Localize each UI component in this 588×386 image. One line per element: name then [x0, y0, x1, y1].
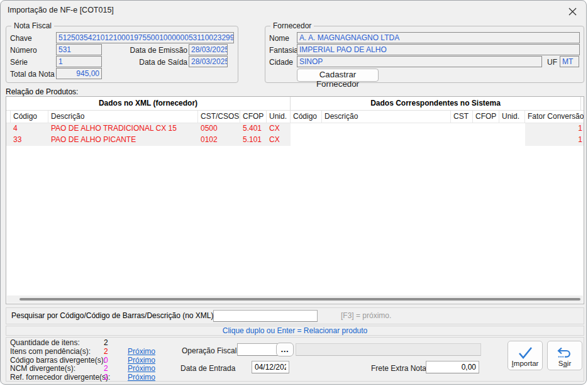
cell-sis-cfop: [473, 135, 499, 146]
summary-row-ncm: NCM divergente(s):2Próximo: [10, 365, 180, 373]
cadastrar-fornecedor-button[interactable]: Cadastrar Fornecedor: [297, 69, 379, 82]
operacao-fiscal-lookup-button[interactable]: …: [276, 343, 294, 356]
operacao-fiscal-label: Operação Fiscal: [182, 346, 236, 356]
operacao-fiscal-descricao-field: [296, 343, 481, 356]
cell-sis-cst: [451, 123, 473, 135]
summary-label: Itens com pendência(s):: [10, 348, 104, 356]
scrollbar-thumb[interactable]: [19, 298, 580, 301]
saida-field: 28/03/2025: [189, 56, 228, 67]
dialog-title: Importação de NF-e [COT015]: [8, 6, 114, 14]
summary-value: 2: [104, 339, 128, 348]
numero-field: 531: [56, 44, 102, 55]
col-header-sis-codigo[interactable]: Código: [291, 111, 322, 123]
col-header-xml-cfop[interactable]: CFOP: [240, 111, 267, 123]
product-row[interactable]: 4 PAO DE ALHO TRADICIONAL CX 15 0500 5.4…: [6, 123, 584, 135]
search-panel: Pesquisar por Código/Código de Barras/De…: [6, 307, 584, 324]
check-icon: [516, 345, 535, 360]
product-row[interactable]: 33 PAO DE ALHO PICANTE 0102 5.101 CX 1: [6, 135, 584, 146]
emissao-field: 28/03/2025: [189, 44, 228, 55]
total-label: Total da Nota: [10, 69, 55, 79]
data-entrada-input[interactable]: [252, 361, 289, 373]
bottom-panel: Quantidade de itens:2 Itens com pendênci…: [6, 337, 584, 382]
summary-row-codigo-barras: Código barras divergente(s):0Próximo: [10, 356, 180, 365]
summary-row-ref-fornecedor: Ref. fornecedor divergente(s):2Próximo: [10, 373, 180, 382]
nota-fiscal-group-label: Nota Fiscal: [11, 21, 54, 30]
group-header-xml: Dados no XML (fornecedor): [6, 97, 291, 110]
close-button[interactable]: [567, 6, 578, 17]
sair-button[interactable]: Sair: [547, 341, 582, 370]
col-header-xml-cst-csosn[interactable]: CST/CSOSN: [198, 111, 240, 123]
cell-sis-descricao: [322, 123, 451, 135]
proximo-link[interactable]: Próximo: [128, 373, 155, 382]
nome-field: A. A. MAGNAGNAGNO LTDA: [297, 32, 580, 43]
column-header-row: Código Descrição CST/CSOSN CFOP Unid. Có…: [6, 111, 584, 123]
cell-sis-cfop: [473, 123, 499, 135]
col-header-xml-codigo[interactable]: Código: [11, 111, 48, 123]
cell-fator-conversao: 1: [525, 123, 584, 135]
close-icon: [569, 8, 577, 16]
col-header-xml-descricao[interactable]: Descrição: [48, 111, 198, 123]
chave-label: Chave: [10, 33, 32, 43]
search-input[interactable]: [213, 310, 318, 322]
proximo-link[interactable]: Próximo: [128, 364, 155, 373]
horizontal-scrollbar[interactable]: [7, 295, 583, 303]
cell-cfop: 5.101: [240, 135, 267, 146]
importar-button[interactable]: Importar: [508, 341, 543, 370]
col-header-fator-conversao[interactable]: Fator Conversão: [525, 111, 584, 123]
uf-field: MT: [560, 56, 579, 67]
col-header-sis-unid[interactable]: Unid.: [499, 111, 525, 123]
nota-fiscal-group: Nota Fiscal Chave 5125035421012100019755…: [6, 26, 238, 83]
cell-sis-unid: [499, 135, 525, 146]
summary-value: 2: [104, 373, 128, 382]
proximo-link[interactable]: Próximo: [128, 347, 155, 356]
group-header-sistema: Dados Correspondentes no Sistema: [291, 97, 581, 110]
col-header-sis-descricao[interactable]: Descrição: [322, 111, 451, 123]
importar-button-label: Importar: [512, 360, 539, 367]
serie-label: Série: [10, 57, 28, 67]
fornecedor-group: Fornecedor Nome A. A. MAGNAGNAGNO LTDA F…: [265, 26, 584, 83]
fantasia-label: Fantasia: [269, 45, 298, 55]
summary-value: 2: [104, 365, 128, 373]
saida-label: Data de Saída: [126, 57, 187, 67]
products-grid: Dados no XML (fornecedor) Dados Correspo…: [6, 96, 584, 304]
summary-list: Quantidade de itens:2 Itens com pendênci…: [10, 339, 180, 382]
search-hint: [F3] = próximo.: [341, 311, 391, 320]
numero-label: Número: [10, 45, 37, 55]
search-label: Pesquisar por Código/Código de Barras/De…: [11, 311, 216, 320]
title-bar: Importação de NF-e [COT015]: [1, 1, 586, 21]
cell-codigo: 33: [11, 135, 48, 146]
cell-cst-csosn: 0102: [198, 135, 240, 146]
frete-extra-nota-label: Frete Extra Nota: [362, 363, 426, 373]
cell-sis-codigo: [291, 123, 322, 135]
cell-sis-descricao: [322, 135, 451, 146]
emissao-label: Data de Emissão: [126, 45, 187, 55]
summary-label: Código barras divergente(s):: [10, 356, 104, 365]
cell-cfop: 5.401: [240, 123, 267, 135]
summary-row-pendencias: Itens com pendência(s):2Próximo: [10, 348, 180, 356]
import-nfe-dialog: Importação de NF-e [COT015] Nota Fiscal …: [0, 0, 587, 385]
cell-sis-unid: [499, 123, 525, 135]
col-header-sis-cfop[interactable]: CFOP: [473, 111, 499, 123]
proximo-link[interactable]: Próximo: [128, 356, 155, 365]
info-bar: Clique duplo ou Enter = Relacionar produ…: [6, 326, 584, 336]
cell-sis-cst: [451, 135, 473, 146]
cell-fator-conversao: 1: [525, 135, 584, 146]
cell-unid: CX: [267, 123, 291, 135]
data-entrada-label: Data de Entrada: [180, 363, 235, 373]
cell-unid: CX: [267, 135, 291, 146]
fornecedor-group-label: Fornecedor: [270, 21, 314, 30]
frete-extra-nota-input[interactable]: [426, 361, 479, 373]
summary-label: Quantidade de itens:: [10, 339, 104, 348]
row-indicator: [6, 135, 11, 146]
cidade-field: SINOP: [297, 56, 542, 67]
summary-label: NCM divergente(s):: [10, 365, 104, 373]
summary-value: 2: [104, 348, 128, 356]
cell-codigo: 4: [11, 123, 48, 135]
col-header-sis-cst[interactable]: CST: [451, 111, 473, 123]
group-header-row: Dados no XML (fornecedor) Dados Correspo…: [6, 97, 584, 111]
col-header-xml-unid[interactable]: Unid.: [267, 111, 291, 123]
operacao-fiscal-input[interactable]: [237, 343, 281, 356]
cell-cst-csosn: 0500: [198, 123, 240, 135]
fantasia-field: IMPERIAL PAO DE ALHO: [297, 44, 580, 55]
summary-value: 0: [104, 356, 128, 365]
